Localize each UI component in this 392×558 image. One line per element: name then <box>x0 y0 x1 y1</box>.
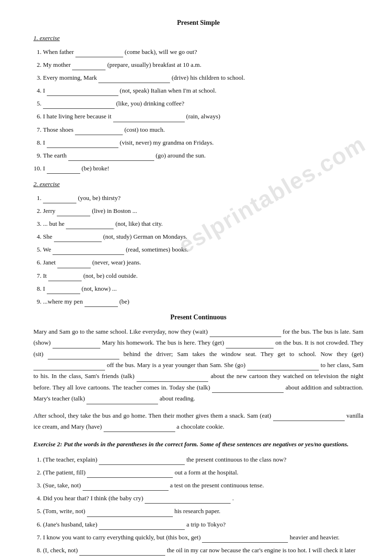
blank <box>57 262 91 268</box>
list-item: We (read, sometimes) books. <box>43 244 363 255</box>
exercise1-section: 1. exercise When father (come back), wil… <box>33 34 363 174</box>
list-item: I (visit, never) my grandma on Fridays. <box>43 137 363 148</box>
exercise2-main-list: (The teacher, explain) the present conti… <box>43 454 363 558</box>
blank <box>48 353 119 359</box>
list-item: She (not, study) German on Mondays. <box>43 232 363 242</box>
blank <box>98 76 170 83</box>
blank <box>99 458 185 465</box>
blank <box>57 210 90 216</box>
exercise1-label: 1. exercise <box>33 34 363 42</box>
present-continuous-section: Present Continuous Mary and Sam go to th… <box>33 314 363 432</box>
list-item: (you, be) thirsty? <box>43 193 363 203</box>
blank <box>68 154 154 161</box>
paragraph1: Mary and Sam go to the same school. Like… <box>33 326 363 404</box>
blank <box>47 167 80 174</box>
blank <box>99 523 185 530</box>
blank <box>145 497 231 504</box>
blank <box>47 89 118 96</box>
blank <box>48 274 82 281</box>
blank <box>75 51 123 57</box>
list-item: ... but he (not, like) that city. <box>43 219 363 229</box>
blank <box>202 536 288 543</box>
blank <box>75 128 123 135</box>
list-item: Janet (never, wear) jeans. <box>43 257 363 268</box>
list-item: I (not, know) ... <box>43 284 363 294</box>
list-item: I (be) broke! <box>43 163 363 174</box>
blank <box>247 364 319 370</box>
blank <box>113 116 185 122</box>
page-title: Present Simple <box>33 19 363 27</box>
list-item: (I, check, not) the oil in my car now be… <box>43 545 363 558</box>
list-item: When father (come back), will we go out? <box>43 47 363 57</box>
exercise2-main-section: Exercise 2: Put the words in the parenth… <box>33 440 363 558</box>
list-item: Jerry (live) in Boston ... <box>43 206 363 216</box>
exercise2-label: 2. exercise <box>33 180 363 188</box>
present-continuous-title: Present Continuous <box>33 314 363 321</box>
list-item: (Jane's husband, take) a trip to Tokyo? <box>43 519 363 530</box>
list-item: The earth (go) around the sun. <box>43 150 363 161</box>
list-item: (Sue, take, not) a test on the present c… <box>43 480 363 491</box>
list-item: I know you want to carry everything quic… <box>43 532 363 543</box>
list-item: (The teacher, explain) the present conti… <box>43 454 363 465</box>
blank <box>104 425 175 432</box>
blank <box>53 248 124 255</box>
blank <box>43 102 115 109</box>
exercise1-list: When father (come back), will we go out?… <box>43 47 363 174</box>
list-item: Every morning, Mark (drive) his children… <box>43 73 363 83</box>
blank <box>53 342 100 348</box>
list-item: Those shoes (cost) too much. <box>43 125 363 135</box>
blank <box>137 375 208 382</box>
exercise2-list: (you, be) thirsty? Jerry (live) in Bosto… <box>43 193 363 307</box>
blank <box>85 300 118 307</box>
blank <box>210 330 281 337</box>
blank <box>72 63 106 70</box>
blank <box>226 342 274 348</box>
paragraph2: After school, they take the bus and go h… <box>33 410 363 432</box>
blank <box>66 222 114 229</box>
blank <box>47 287 80 294</box>
blank <box>54 235 102 242</box>
blank <box>83 484 169 491</box>
list-item: My mother (prepare, usually) breakfast a… <box>43 60 363 70</box>
list-item: It (not, be) cold outside. <box>43 271 363 281</box>
blank <box>87 471 173 478</box>
blank <box>33 364 105 370</box>
exercise2-section: 2. exercise (you, be) thirsty? Jerry (li… <box>33 180 363 307</box>
list-item: I hate living here because it (rain, alw… <box>43 111 363 122</box>
list-item: (Tom, write, not) his research paper. <box>43 506 363 516</box>
blank <box>273 414 345 421</box>
blank <box>212 386 284 393</box>
list-item: I (not, speak) Italian when I'm at schoo… <box>43 85 363 96</box>
list-item: ...where my pen (be) <box>43 296 363 307</box>
blank <box>79 549 165 556</box>
blank <box>86 398 158 404</box>
list-item: (The patient, fill) out a form at the ho… <box>43 467 363 478</box>
blank <box>47 141 118 148</box>
exercise2-main-title: Exercise 2: Put the words in the parenth… <box>33 440 363 450</box>
list-item: (like, you) drinking coffee? <box>43 98 363 109</box>
list-item: Did you hear that? I think (the baby cry… <box>43 493 363 504</box>
blank <box>43 197 76 203</box>
blank <box>87 510 173 517</box>
